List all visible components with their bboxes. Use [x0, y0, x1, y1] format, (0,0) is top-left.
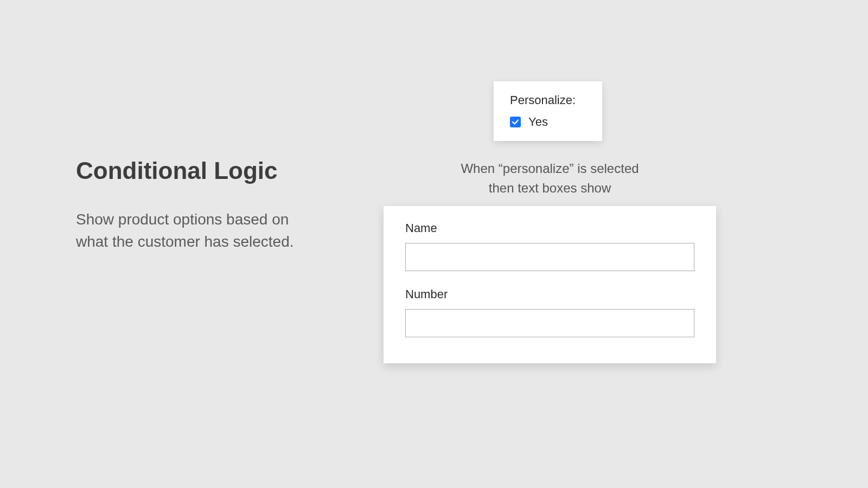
personalize-option-row: Yes: [510, 115, 586, 129]
caption-line-1: When “personalize” is selected: [461, 161, 639, 176]
fields-card: Name Number: [384, 206, 716, 363]
number-input[interactable]: [405, 309, 694, 337]
personalize-checkbox[interactable]: [510, 117, 521, 127]
description-text: Show product options based on what the c…: [76, 209, 315, 253]
caption-text: When “personalize” is selected then text…: [384, 159, 716, 198]
personalize-label: Personalize:: [510, 93, 586, 107]
name-input[interactable]: [405, 243, 694, 271]
caption-line-2: then text boxes show: [384, 178, 716, 198]
name-label: Name: [405, 221, 694, 235]
number-label: Number: [405, 287, 694, 301]
number-field-group: Number: [405, 287, 694, 337]
personalize-option-label: Yes: [528, 115, 548, 129]
name-field-group: Name: [405, 221, 694, 271]
personalize-card: Personalize: Yes: [494, 81, 602, 141]
check-icon: [512, 118, 519, 126]
heading-conditional-logic: Conditional Logic: [76, 157, 315, 184]
info-panel: Conditional Logic Show product options b…: [76, 157, 315, 253]
